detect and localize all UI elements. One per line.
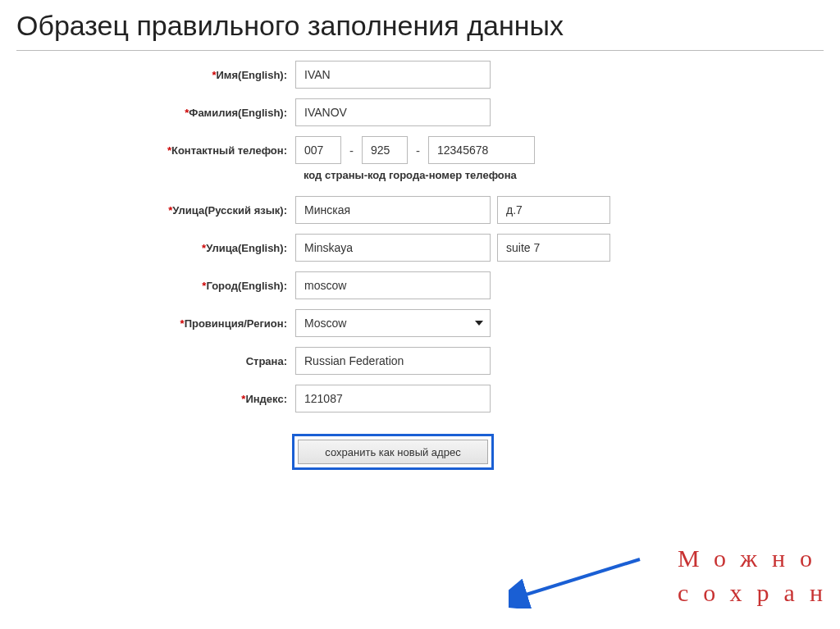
- row-street-en: *Улица(English):: [0, 234, 840, 262]
- city-input[interactable]: [295, 271, 491, 299]
- phone-dash: -: [414, 144, 422, 157]
- label-region: *Провинция/Регион:: [0, 317, 295, 330]
- region-select-value: Moscow: [304, 317, 346, 330]
- last-name-input[interactable]: [295, 98, 491, 126]
- label-last-name: *Фамилия(English):: [0, 107, 295, 119]
- chevron-down-icon: [475, 321, 483, 326]
- svg-line-1: [521, 559, 640, 596]
- annotation-text: Можно сохран: [678, 541, 838, 610]
- row-first-name: *Имя(English):: [0, 61, 840, 89]
- street-en-aux-input[interactable]: [497, 234, 610, 262]
- street-ru-main-input[interactable]: [295, 196, 491, 224]
- region-select[interactable]: Moscow: [295, 309, 491, 337]
- page-title: Образец правильного заполнения данных: [0, 0, 840, 45]
- row-last-name: *Фамилия(English):: [0, 98, 840, 126]
- save-as-new-address-button[interactable]: сохранить как новый адрес: [298, 440, 488, 464]
- zip-input[interactable]: [295, 385, 491, 412]
- row-street-ru: *Улица(Русский язык):: [0, 196, 840, 224]
- row-region: *Провинция/Регион: Moscow: [0, 309, 840, 337]
- form: *Имя(English): *Фамилия(English): *Конта…: [0, 51, 840, 470]
- row-phone: *Контактный телефон: - -: [0, 136, 840, 164]
- annotation-line2: сохран: [678, 576, 838, 610]
- row-zip: *Индекс:: [0, 385, 840, 412]
- street-en-main-input[interactable]: [295, 234, 491, 262]
- phone-country-code-input[interactable]: [295, 136, 341, 164]
- annotation-arrow-icon: [509, 551, 648, 608]
- phone-dash: -: [348, 144, 355, 157]
- first-name-input[interactable]: [295, 61, 491, 89]
- save-button-highlight: сохранить как новый адрес: [292, 434, 494, 470]
- label-city: *Город(English):: [0, 280, 295, 292]
- label-country: Страна:: [0, 355, 295, 367]
- annotation-line1: Можно: [678, 541, 838, 576]
- phone-area-code-input[interactable]: [362, 136, 408, 164]
- phone-hint: код страны-код города-номер телефона: [295, 169, 840, 196]
- row-country: Страна:: [0, 347, 840, 375]
- label-phone: *Контактный телефон:: [0, 144, 295, 157]
- street-ru-aux-input[interactable]: [497, 196, 610, 224]
- label-first-name: *Имя(English):: [0, 69, 295, 81]
- label-street-ru: *Улица(Русский язык):: [0, 204, 295, 217]
- row-city: *Город(English):: [0, 271, 840, 299]
- phone-number-input[interactable]: [428, 136, 535, 164]
- label-street-en: *Улица(English):: [0, 242, 295, 254]
- label-zip: *Индекс:: [0, 393, 295, 405]
- country-input[interactable]: [295, 347, 491, 375]
